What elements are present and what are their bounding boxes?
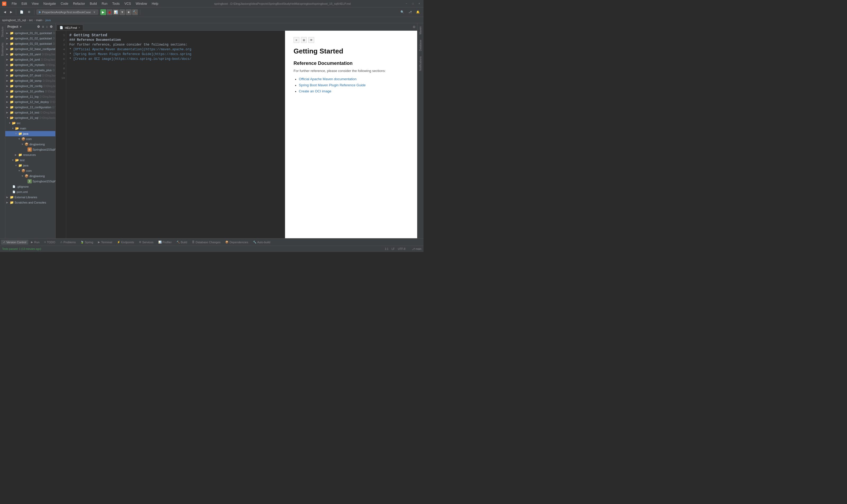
- tree-item-dingjiaxiong-test[interactable]: ▼ 📦 dingjiaxiong: [5, 174, 55, 179]
- tree-item-src[interactable]: ▼ 📂 src: [5, 121, 55, 126]
- tree-item-java-test[interactable]: ▼ 📁 java: [5, 163, 55, 168]
- stop-button[interactable]: ■: [126, 9, 131, 15]
- tree-item-test-class[interactable]: ▶ T Springboot15SqlApplicationTests: [5, 179, 55, 184]
- more-run-button[interactable]: ▼: [119, 9, 125, 15]
- vcs-button[interactable]: ⎇: [407, 10, 413, 15]
- tree-item-project-7[interactable]: ▶ 📁 springboot_05_mybatis D:\DingJiaxion…: [5, 62, 55, 68]
- tree-item-com-test[interactable]: ▼ 📦 com: [5, 168, 55, 174]
- auto-build-tab[interactable]: 🔧 Auto-build: [251, 240, 273, 245]
- problems-tab[interactable]: ⚠ Problems: [58, 240, 78, 245]
- tree-item-project-11[interactable]: ▶ 📁 springboot_09_config D:\DingJiaxiong…: [5, 84, 55, 89]
- preview-list-view-button[interactable]: ≡: [293, 37, 299, 43]
- sidebar-gear-icon[interactable]: ⚙: [49, 24, 53, 29]
- tree-item-project-1[interactable]: ▶ 📁 springboot_01_01_quickstart D:\DingJ…: [5, 31, 55, 36]
- notifications-button[interactable]: 🔔: [415, 10, 421, 15]
- toolbar-back-button[interactable]: ◀: [2, 10, 7, 15]
- tree-item-project-2[interactable]: ▶ 📁 springboot_01_02_quickstart D:\DingJ…: [5, 36, 55, 41]
- maximize-button[interactable]: □: [411, 2, 415, 6]
- tree-item-project-9[interactable]: ▶ 📁 springboot_07_druid D:\DingJiaxiong\…: [5, 73, 55, 78]
- bookmarks-tab[interactable]: Bookmarks: [0, 40, 5, 58]
- version-control-tab[interactable]: ✓ Version Control: [1, 240, 28, 245]
- run-button[interactable]: ▶: [100, 9, 106, 15]
- tree-item-project-17[interactable]: ▼ 📂 springboot_15_sql D:\DingJiaxiong\Id…: [5, 115, 55, 121]
- tree-item-project-3[interactable]: ▶ 📁 springboot_01_03_quickstart D:\DingJ…: [5, 41, 55, 46]
- breadcrumb-java[interactable]: java: [45, 19, 51, 22]
- tree-item-resources[interactable]: ▶ 📁 resources: [5, 152, 55, 158]
- menu-vcs[interactable]: VCS: [122, 1, 133, 6]
- toolbar-forward-button[interactable]: ▶: [8, 10, 14, 15]
- link-spring-boot-maven[interactable]: Spring Boot Maven Plugin Reference Guide: [299, 83, 365, 87]
- run-configuration-selector[interactable]: ▶ PropertiesAndArgsTest.testBookCase ▼: [37, 10, 98, 15]
- close-button[interactable]: ×: [417, 2, 421, 6]
- menu-help[interactable]: Help: [149, 1, 160, 6]
- build-tab[interactable]: 🔨 Build: [175, 240, 189, 245]
- db-changes-tab[interactable]: 🗄 Database Changes: [190, 240, 222, 245]
- database-tab[interactable]: Database: [418, 38, 423, 53]
- sidebar-sort-icon[interactable]: ↕: [46, 24, 48, 29]
- notifications-tab[interactable]: Notifications: [418, 54, 423, 73]
- structure-tab[interactable]: Structure: [0, 24, 5, 39]
- tree-item-pom[interactable]: ▶ 📄 pom.xml: [5, 189, 55, 195]
- tree-item-gitignore[interactable]: ▶ 📄 .gitignore: [5, 184, 55, 189]
- menu-build[interactable]: Build: [88, 1, 99, 6]
- tree-item-scratches[interactable]: ▶ 📁 Scratches and Consoles: [5, 200, 55, 205]
- todo-tab[interactable]: ≡ TODO: [42, 240, 57, 245]
- menu-run[interactable]: Run: [100, 1, 110, 6]
- tree-item-project-10[interactable]: ▶ 📁 springboot_08_ssmp D:\DingJiaxiong\I…: [5, 78, 55, 84]
- minimize-button[interactable]: −: [404, 2, 409, 6]
- tree-item-project-4[interactable]: ▶ 📁 springboot_02_base_configuration D:\…: [5, 46, 55, 52]
- tree-item-test[interactable]: ▼ 📂 test: [5, 158, 55, 163]
- run-tab[interactable]: ▶ Run: [29, 240, 41, 245]
- sidebar-cog-icon[interactable]: ⚙: [37, 24, 40, 29]
- preview-preview-button[interactable]: 👁: [308, 37, 314, 43]
- tree-item-project-13[interactable]: ▶ 📁 springboot_11_log D:\DingJiaxiong\Id…: [5, 94, 55, 99]
- tree-item-project-12[interactable]: ▶ 📁 springboot_10_profiles D:\DingJiaxio…: [5, 89, 55, 94]
- tree-item-project-16[interactable]: ▶ 📁 springboot_14_test D:\DingJiaxiong\I…: [5, 110, 55, 115]
- menu-refactor[interactable]: Refactor: [71, 1, 87, 6]
- breadcrumb-main[interactable]: main: [36, 19, 42, 22]
- lf-indicator[interactable]: LF: [392, 248, 395, 250]
- search-button[interactable]: 🔍: [399, 10, 406, 15]
- menu-navigate[interactable]: Navigate: [41, 1, 58, 6]
- coverage-button[interactable]: 📊: [113, 9, 119, 15]
- toolbar-settings-button[interactable]: ⚙: [26, 10, 32, 15]
- link-maven[interactable]: Official Apache Maven documentation: [299, 77, 357, 81]
- tree-item-external-libs[interactable]: ▶ 📁 External Libraries: [5, 195, 55, 200]
- dependencies-tab[interactable]: 📦 Dependencies: [223, 240, 250, 245]
- tree-item-project-6[interactable]: ▶ 📁 springboot_04_junit D:\DingJiaxiong\…: [5, 57, 55, 62]
- menu-file[interactable]: File: [10, 1, 19, 6]
- preview-split-view-button[interactable]: ⊞: [301, 37, 307, 43]
- breadcrumb-project[interactable]: springboot_15_sql: [2, 19, 26, 22]
- tree-item-main[interactable]: ▼ 📂 main: [5, 126, 55, 131]
- menu-view[interactable]: View: [30, 1, 41, 6]
- menu-tools[interactable]: Tools: [110, 1, 122, 6]
- menu-window[interactable]: Window: [134, 1, 149, 6]
- debug-button[interactable]: 🐞: [107, 9, 112, 15]
- tree-item-java[interactable]: ▼ 📁 java: [5, 131, 55, 136]
- menu-edit[interactable]: Edit: [19, 1, 29, 6]
- tree-item-project-5[interactable]: ▶ 📁 springboot_03_yaml D:\DingJiaxiong\I…: [5, 52, 55, 57]
- spring-tab[interactable]: 🍃 Spring: [78, 240, 95, 245]
- endpoints-tab[interactable]: ⚡ Endpoints: [115, 240, 136, 245]
- profiler-tab[interactable]: 📊 Profiler: [156, 240, 174, 245]
- help-md-tab[interactable]: 📄 HELP.md ×: [57, 24, 83, 31]
- link-oci-image[interactable]: Create an OCI image: [299, 89, 331, 93]
- line-col-indicator[interactable]: 1:1: [385, 248, 389, 250]
- tree-item-com[interactable]: ▼ 📦 com: [5, 136, 55, 142]
- maven-tab[interactable]: Maven: [418, 24, 423, 37]
- tree-item-project-8[interactable]: ▶ 📁 springboot_06_mybatis_plus D:\DingJi…: [5, 68, 55, 73]
- code-editor[interactable]: # Getting Started ### Reference Document…: [66, 31, 285, 238]
- tree-item-project-15[interactable]: ▶ 📁 springboot_13_configuration D:\DingJ…: [5, 105, 55, 110]
- encoding-indicator[interactable]: UTF-8: [398, 248, 405, 250]
- tree-item-project-14[interactable]: ▶ 📁 springboot_12_hot_deploy D:\DingJiax…: [5, 99, 55, 105]
- services-tab[interactable]: ⚙ Services: [137, 240, 156, 245]
- tree-item-app-class[interactable]: ▶ C Springboot15SqlApplication: [5, 147, 55, 152]
- breadcrumb-src[interactable]: src: [29, 19, 33, 22]
- menu-code[interactable]: Code: [58, 1, 70, 6]
- tree-item-dingjiaxiong-main[interactable]: ▼ 📦 dingjiaxiong: [5, 142, 55, 147]
- git-branch-indicator[interactable]: ⎇ main: [412, 248, 421, 250]
- toolbar-file-button[interactable]: 📄: [18, 10, 25, 15]
- tab-close-button[interactable]: ×: [78, 26, 80, 29]
- sidebar-layout-icon[interactable]: ≡: [41, 24, 44, 29]
- tab-gear-icon[interactable]: ⚙: [412, 24, 416, 30]
